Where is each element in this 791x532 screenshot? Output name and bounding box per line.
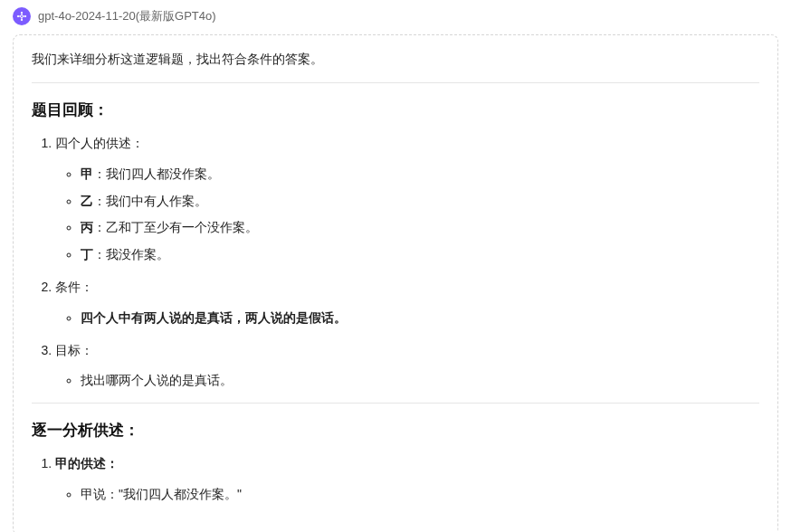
list-item: 条件： 四个人中有两人说的是真话，两人说的是假话。 [55, 277, 759, 329]
list-item: 找出哪两个人说的是真话。 [81, 370, 759, 392]
person-label: 甲 [81, 166, 93, 181]
condition-text: 四个人中有两人说的是真话，两人说的是假话。 [81, 310, 347, 325]
statement-text: ：我们四人都没作案。 [93, 166, 220, 181]
goal-list: 找出哪两个人说的是真话。 [55, 370, 759, 392]
intro-text: 我们来详细分析这道逻辑题，找出符合条件的答案。 [32, 52, 759, 68]
item-label: 条件： [55, 280, 93, 294]
condition-list: 四个人中有两人说的是真话，两人说的是假话。 [55, 308, 759, 329]
list-item: 四个人的供述： 甲：我们四人都没作案。 乙：我们中有人作案。 丙：乙和丁至少有一… [55, 133, 759, 266]
person-label: 丁 [81, 247, 93, 261]
analysis-text: 甲说："我们四人都没作案。" [81, 487, 242, 501]
analysis-sub-list: 甲说："我们四人都没作案。" [55, 484, 759, 506]
item-label: 四个人的供述： [55, 136, 144, 150]
person-label: 丙 [81, 220, 93, 234]
divider [32, 403, 759, 404]
statement-text: ：我没作案。 [93, 247, 169, 261]
section-title-analysis: 逐一分析供述： [32, 420, 759, 441]
list-item: 四个人中有两人说的是真话，两人说的是假话。 [81, 308, 759, 329]
statement-text: ：我们中有人作案。 [93, 194, 207, 208]
list-item: 甲的供述： 甲说："我们四人都没作案。" [55, 453, 759, 506]
svg-point-0 [21, 15, 24, 18]
list-item: 丁：我没作案。 [81, 244, 759, 266]
statement-text: ：乙和丁至少有一个没作案。 [93, 220, 258, 234]
divider [32, 82, 759, 83]
list-item: 甲说："我们四人都没作案。" [81, 484, 759, 506]
list-item: 丙：乙和丁至少有一个没作案。 [81, 217, 759, 239]
list-item: 乙：我们中有人作案。 [81, 191, 759, 213]
review-list: 四个人的供述： 甲：我们四人都没作案。 乙：我们中有人作案。 丙：乙和丁至少有一… [32, 133, 759, 392]
goal-text: 找出哪两个人说的是真话。 [81, 373, 233, 387]
item-label: 目标： [55, 343, 93, 357]
message-card: 我们来详细分析这道逻辑题，找出符合条件的答案。 题目回顾： 四个人的供述： 甲：… [13, 34, 778, 532]
message-header: gpt-4o-2024-11-20(最新版GPT4o) [13, 7, 778, 25]
list-item: 目标： 找出哪两个人说的是真话。 [55, 340, 759, 393]
statements-list: 甲：我们四人都没作案。 乙：我们中有人作案。 丙：乙和丁至少有一个没作案。 丁：… [55, 164, 759, 266]
list-item: 甲：我们四人都没作案。 [81, 164, 759, 185]
person-label: 乙 [81, 194, 93, 208]
model-avatar-icon [13, 7, 31, 25]
model-name: gpt-4o-2024-11-20(最新版GPT4o) [38, 8, 216, 24]
section-title-review: 题目回顾： [32, 100, 759, 120]
analysis-list: 甲的供述： 甲说："我们四人都没作案。" [32, 453, 759, 506]
item-label: 甲的供述： [55, 456, 119, 470]
